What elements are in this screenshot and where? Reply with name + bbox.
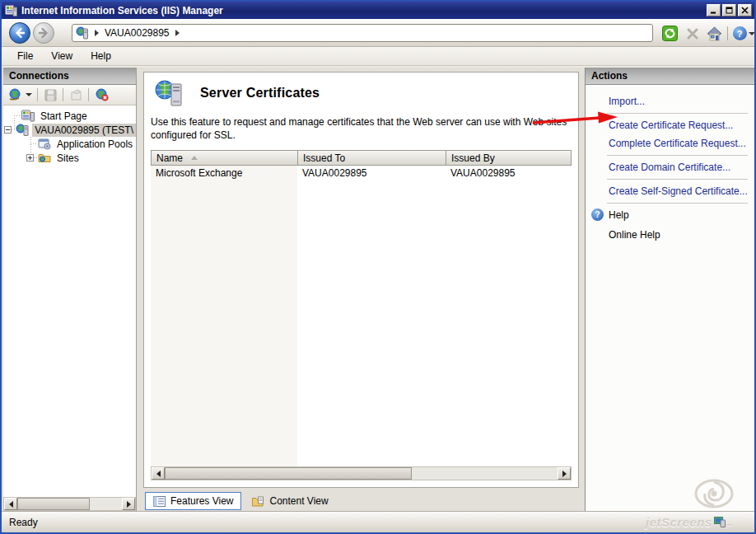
sorted-column-shade bbox=[151, 166, 297, 466]
action-create-domain-certificate[interactable]: Create Domain Certificate... bbox=[586, 158, 754, 176]
cell-issued-to: VAUA0029895 bbox=[297, 167, 446, 179]
content-view-icon bbox=[252, 496, 264, 507]
start-page-icon bbox=[21, 110, 35, 122]
refresh-button[interactable] bbox=[661, 26, 678, 41]
watermark: jetScreens .. bbox=[646, 515, 733, 529]
maximize-button[interactable] bbox=[722, 4, 736, 16]
grid-header: Name Issued To Issued By bbox=[151, 150, 572, 166]
menu-view[interactable]: View bbox=[42, 48, 82, 64]
sort-ascending-icon bbox=[191, 156, 198, 160]
scroll-right-button[interactable] bbox=[122, 498, 135, 510]
help-dropdown-button[interactable] bbox=[748, 26, 756, 41]
action-help[interactable]: ? Help bbox=[586, 206, 754, 224]
save-connection-button[interactable] bbox=[43, 87, 58, 102]
tree-item-sites[interactable]: Sites bbox=[3, 151, 136, 165]
status-bar: Ready bbox=[2, 511, 754, 532]
actions-separator bbox=[607, 155, 748, 156]
server-node-icon bbox=[16, 124, 29, 136]
connections-panel: Connections bbox=[3, 68, 137, 511]
rename-button[interactable] bbox=[68, 87, 83, 102]
breadcrumb-arrow-icon bbox=[175, 30, 180, 36]
status-text: Ready bbox=[9, 517, 38, 528]
window-title: Internet Information Services (IIS) Mana… bbox=[21, 5, 705, 16]
navigation-toolbar: VAUA0029895 ? bbox=[2, 19, 754, 47]
actions-panel: Actions Import... Create Certificate Req… bbox=[585, 68, 754, 511]
feature-description: Use this feature to request and manage c… bbox=[144, 114, 578, 150]
address-bar[interactable]: VAUA0029895 bbox=[72, 24, 653, 42]
forward-arrow-icon bbox=[38, 27, 49, 39]
connections-header: Connections bbox=[3, 68, 136, 85]
tab-content-view[interactable]: Content View bbox=[245, 493, 335, 509]
tree-label: Application Pools bbox=[54, 138, 135, 151]
help-question-icon: ? bbox=[733, 26, 747, 40]
remove-connection-button[interactable] bbox=[94, 87, 109, 102]
scroll-left-button[interactable] bbox=[4, 498, 17, 510]
tab-features-view[interactable]: Features View bbox=[145, 492, 241, 510]
column-header-issued-by[interactable]: Issued By bbox=[446, 151, 571, 165]
tree-item-server[interactable]: VAUA0029895 (TEST\ bbox=[3, 123, 136, 137]
tree-label-selected: VAUA0029895 (TEST\ bbox=[32, 124, 136, 137]
scroll-right-button[interactable] bbox=[558, 467, 571, 480]
toolbar-separator bbox=[63, 88, 63, 101]
connections-horizontal-scrollbar[interactable] bbox=[3, 497, 136, 511]
scroll-thumb[interactable] bbox=[165, 467, 412, 480]
column-header-issued-to[interactable]: Issued To bbox=[298, 151, 446, 165]
iis-manager-window: Internet Information Services (IIS) Mana… bbox=[0, 0, 756, 534]
action-import[interactable]: Import... bbox=[586, 92, 754, 110]
grid-horizontal-scrollbar[interactable] bbox=[151, 466, 572, 480]
toolbar-separator bbox=[37, 88, 38, 101]
tree-item-start-page[interactable]: Start Page bbox=[3, 109, 136, 123]
toolbar-separator bbox=[727, 26, 728, 40]
help-button[interactable]: ? bbox=[731, 26, 748, 41]
home-button[interactable] bbox=[706, 26, 722, 41]
grid-body: Microsoft Exchange VAUA0029895 VAUA00298… bbox=[151, 166, 572, 466]
menu-file[interactable]: File bbox=[8, 48, 42, 64]
certificates-grid: Name Issued To Issued By Microsoft Excha… bbox=[151, 150, 572, 487]
title-bar: Internet Information Services (IIS) Mana… bbox=[2, 2, 754, 19]
actions-separator bbox=[607, 203, 748, 204]
watermark-swirl-icon bbox=[693, 478, 735, 509]
tree-label: Start Page bbox=[38, 110, 90, 123]
forward-button[interactable] bbox=[33, 22, 54, 44]
actions-separator bbox=[607, 113, 748, 114]
card-header: Server Certificates bbox=[144, 73, 578, 114]
table-row[interactable]: Microsoft Exchange VAUA0029895 VAUA00298… bbox=[151, 166, 572, 180]
server-icon bbox=[76, 26, 89, 40]
server-certificates-icon bbox=[154, 79, 184, 107]
toolbar-separator bbox=[88, 88, 89, 101]
connection-dropdown-icon[interactable] bbox=[26, 93, 32, 96]
menu-bar: File View Help bbox=[2, 47, 754, 66]
page-title: Server Certificates bbox=[200, 86, 320, 101]
scroll-left-button[interactable] bbox=[152, 467, 165, 480]
actions-list: Import... Create Certificate Request... … bbox=[586, 85, 754, 244]
application-pools-icon bbox=[38, 138, 51, 150]
action-online-help[interactable]: Online Help bbox=[586, 224, 754, 244]
tree-item-application-pools[interactable]: Application Pools bbox=[3, 137, 136, 151]
chevron-down-icon bbox=[749, 32, 755, 35]
create-connection-button[interactable] bbox=[7, 87, 22, 102]
red-arrow-annotation bbox=[530, 110, 621, 128]
action-complete-certificate-request[interactable]: Complete Certificate Request... bbox=[586, 134, 754, 152]
sites-folder-icon bbox=[38, 152, 51, 164]
cell-issued-by: VAUA0029895 bbox=[446, 167, 572, 179]
breadcrumb-server[interactable]: VAUA0029895 bbox=[105, 27, 170, 39]
server-certificates-card: Server Certificates Use this feature to … bbox=[143, 72, 579, 488]
menu-help[interactable]: Help bbox=[82, 48, 120, 64]
stop-button[interactable] bbox=[684, 26, 701, 41]
stop-x-icon bbox=[687, 28, 698, 40]
content-area: Connections bbox=[2, 68, 754, 511]
tab-label: Features View bbox=[170, 495, 233, 507]
watermark-logo-icon bbox=[714, 517, 726, 527]
actions-separator bbox=[607, 179, 748, 180]
feature-view-area: Server Certificates Use this feature to … bbox=[137, 68, 585, 511]
back-button[interactable] bbox=[9, 22, 30, 44]
column-header-name[interactable]: Name bbox=[152, 151, 298, 165]
minimize-button[interactable] bbox=[707, 4, 721, 16]
collapse-icon[interactable] bbox=[4, 126, 12, 134]
action-create-self-signed-certificate[interactable]: Create Self-Signed Certificate... bbox=[586, 182, 754, 200]
view-tabs: Features View Content View bbox=[143, 488, 579, 511]
close-button[interactable] bbox=[738, 4, 752, 16]
scroll-thumb[interactable] bbox=[17, 498, 90, 510]
actions-header: Actions bbox=[586, 68, 754, 85]
expand-icon[interactable] bbox=[26, 154, 34, 162]
